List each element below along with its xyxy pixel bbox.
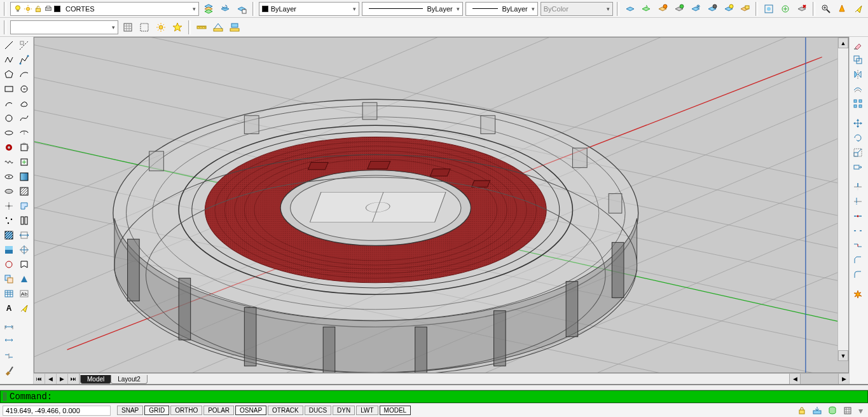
multipoint-button[interactable]: [1, 214, 17, 228]
zoom-realtime-button[interactable]: [819, 2, 833, 16]
gradient-button[interactable]: [1, 243, 17, 257]
extend-button[interactable]: [851, 195, 865, 208]
plotstyle-dropdown[interactable]: ByColor ▾: [541, 2, 613, 16]
scroll-right-button[interactable]: ▶: [838, 374, 849, 384]
named-view-dropdown[interactable]: ▾: [10, 20, 118, 34]
lwt-toggle[interactable]: LWT: [356, 406, 378, 415]
region-button[interactable]: [17, 199, 32, 213]
break-at-point-button[interactable]: [851, 209, 865, 223]
ellipse-arc-button[interactable]: [17, 126, 32, 140]
otrack-toggle[interactable]: OTRACK: [268, 406, 303, 415]
dashed-grid-button[interactable]: [137, 20, 151, 34]
line-button[interactable]: [1, 38, 17, 52]
polyline3d-button[interactable]: [17, 53, 32, 67]
layer-merge-button[interactable]: [778, 2, 792, 16]
copy-button[interactable]: [851, 53, 865, 67]
layer-off-button[interactable]: [705, 2, 719, 16]
dim-aligned-button[interactable]: [17, 228, 32, 242]
column-table-button[interactable]: [17, 214, 32, 228]
wipeout-button[interactable]: [17, 257, 32, 271]
hatch-button[interactable]: [17, 184, 32, 198]
model-toggle[interactable]: MODEL: [380, 406, 411, 415]
command-line[interactable]: Command:: [0, 390, 868, 403]
ortho-toggle[interactable]: ORTHO: [170, 406, 202, 415]
drawing-viewport[interactable]: ▲ ▼: [34, 37, 849, 373]
erase-button[interactable]: [851, 38, 865, 52]
point-button[interactable]: [1, 199, 17, 213]
layer-walk-button[interactable]: [762, 2, 776, 16]
tab-last-button[interactable]: ⏭: [68, 374, 79, 384]
layer-states-button[interactable]: [235, 2, 249, 16]
sun-button[interactable]: [154, 20, 168, 34]
hscroll-thumb[interactable]: [800, 374, 838, 384]
measure-area-button[interactable]: [228, 20, 242, 34]
scale-button[interactable]: [851, 146, 865, 160]
chamfer-button[interactable]: [851, 253, 865, 267]
layer-isolate-button[interactable]: [656, 2, 670, 16]
region-create-button[interactable]: [1, 272, 17, 286]
circle-center-button[interactable]: [17, 82, 32, 96]
scroll-up-button[interactable]: ▲: [838, 38, 848, 48]
tab-first-button[interactable]: ⏮: [34, 374, 45, 384]
grid-icon-button[interactable]: [121, 20, 135, 34]
osnap-toggle[interactable]: OSNAP: [235, 406, 266, 415]
spline-button[interactable]: [17, 111, 32, 125]
fillet-button[interactable]: [851, 268, 865, 282]
hatch-pattern-button[interactable]: [1, 228, 17, 242]
tab-prev-button[interactable]: ◀: [45, 374, 57, 384]
scroll-down-button[interactable]: ▼: [838, 350, 848, 361]
ducs-toggle[interactable]: DUCS: [305, 406, 331, 415]
layer-manager-button[interactable]: [202, 2, 216, 16]
dyn-toggle[interactable]: DYN: [333, 406, 355, 415]
layer-unisolate-button[interactable]: [672, 2, 686, 16]
layer-dropdown[interactable]: CORTES ▾: [10, 2, 199, 16]
move-button[interactable]: [851, 116, 865, 130]
insert-block-button[interactable]: [17, 155, 32, 169]
construction-line-button[interactable]: [17, 38, 32, 52]
join-button[interactable]: [851, 238, 865, 252]
status-db-button[interactable]: [825, 404, 839, 418]
offset-button[interactable]: [851, 82, 865, 96]
arc-button[interactable]: [17, 67, 32, 81]
layer-on-button[interactable]: [722, 2, 736, 16]
star-button[interactable]: [170, 20, 184, 34]
hatch-gradient-button[interactable]: [17, 170, 32, 184]
layer-delete-button[interactable]: [795, 2, 809, 16]
mirror-button[interactable]: [851, 67, 865, 81]
block-button[interactable]: [17, 140, 32, 154]
rotate-button[interactable]: [851, 131, 865, 145]
arc3p-button[interactable]: [1, 97, 17, 111]
polyline-button[interactable]: [1, 53, 17, 67]
layer-lock-button[interactable]: [738, 2, 752, 16]
tab-next-button[interactable]: ▶: [57, 374, 68, 384]
dim-continue-button[interactable]: [1, 349, 17, 363]
brush-button[interactable]: [1, 364, 17, 378]
status-tray-button[interactable]: [810, 404, 824, 418]
mtext-button[interactable]: Ab: [17, 287, 32, 301]
tab-model[interactable]: Model: [80, 375, 111, 384]
break-button[interactable]: [851, 224, 865, 238]
status-config-button[interactable]: [841, 404, 855, 418]
highlight-button[interactable]: [851, 2, 865, 16]
ellipse-axis-button[interactable]: [1, 170, 17, 184]
donut-button[interactable]: [1, 140, 17, 154]
status-tray-arrow[interactable]: ▾: [856, 406, 865, 415]
revcloud-button[interactable]: [17, 97, 32, 111]
ellipse-button[interactable]: [1, 126, 17, 140]
layer-previous-button[interactable]: [218, 2, 232, 16]
snap-toggle[interactable]: SNAP: [117, 406, 143, 415]
solid-button[interactable]: [17, 272, 32, 286]
cone-button[interactable]: [835, 2, 849, 16]
center-mark-button[interactable]: [17, 243, 32, 257]
make-current-button[interactable]: [623, 2, 637, 16]
table-button[interactable]: [1, 287, 17, 301]
dim-linear-button[interactable]: [1, 320, 17, 334]
layer-freeze-button[interactable]: [689, 2, 703, 16]
vertical-scrollbar[interactable]: ▲ ▼: [837, 38, 848, 361]
explode-button[interactable]: [851, 287, 865, 301]
spline-fit-button[interactable]: [1, 155, 17, 169]
boundary-button[interactable]: [1, 257, 17, 271]
scroll-left-button[interactable]: ◀: [789, 374, 800, 384]
match-layer-button[interactable]: [640, 2, 654, 16]
measure-button[interactable]: [195, 20, 209, 34]
